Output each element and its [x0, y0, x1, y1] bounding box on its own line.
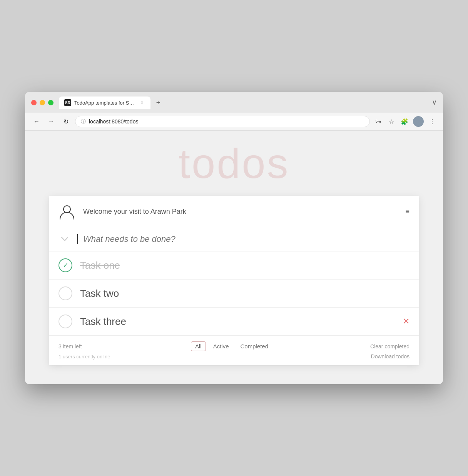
- url-text: localhost:8080/todos: [89, 118, 138, 125]
- page-content: todos Welcome your visit to Arawn Park ≡: [25, 131, 443, 384]
- profile-avatar[interactable]: [413, 116, 424, 127]
- navigation-bar: ← → ↻ ⓘ localhost:8080/todos 🗝 ☆ 🧩 ⋮: [25, 113, 443, 131]
- tab-overflow-button[interactable]: ∨: [432, 98, 437, 107]
- key-icon[interactable]: 🗝: [374, 117, 383, 126]
- items-left-count: 3 item left: [58, 343, 93, 350]
- forward-button[interactable]: →: [46, 116, 57, 127]
- filter-completed-button[interactable]: Completed: [236, 341, 273, 351]
- task-label: Task three: [80, 316, 126, 328]
- tab-close-button[interactable]: ×: [139, 100, 145, 106]
- todo-card: Welcome your visit to Arawn Park ≡ ✓ Tas…: [49, 196, 419, 365]
- close-window-button[interactable]: [31, 100, 37, 105]
- svg-point-0: [64, 206, 70, 213]
- tab-title: TodoApp templates for Server-: [74, 100, 136, 106]
- fullscreen-window-button[interactable]: [48, 100, 53, 105]
- address-bar[interactable]: ⓘ localhost:8080/todos: [75, 116, 370, 127]
- more-options-icon[interactable]: ⋮: [428, 117, 437, 126]
- todo-footer: 3 item left All Active Completed Clear c…: [49, 336, 419, 365]
- new-tab-button[interactable]: +: [153, 97, 164, 108]
- filter-active-button[interactable]: Active: [209, 341, 233, 351]
- filter-all-button[interactable]: All: [191, 341, 206, 351]
- filter-buttons: All Active Completed: [99, 341, 364, 351]
- checkmark-icon: ✓: [63, 261, 69, 270]
- user-icon: [58, 203, 75, 220]
- todo-input-area: [49, 227, 419, 251]
- todo-item: Task three ✕: [49, 308, 419, 336]
- page-title: todos: [178, 142, 289, 185]
- task-checkbox[interactable]: [58, 315, 72, 328]
- delete-task-button[interactable]: ✕: [403, 316, 410, 326]
- browser-window: SR TodoApp templates for Server- × + ∨ ←…: [25, 92, 443, 384]
- back-button[interactable]: ←: [31, 116, 42, 127]
- todo-item: ✓ Task one: [49, 251, 419, 280]
- minimize-window-button[interactable]: [40, 100, 45, 105]
- task-label: Task one: [80, 260, 120, 271]
- footer-bottom: 1 users currently online Download todos: [58, 353, 410, 359]
- download-todos-button[interactable]: Download todos: [371, 353, 410, 359]
- task-checkbox[interactable]: ✓: [58, 258, 72, 272]
- nav-actions: 🗝 ☆ 🧩 ⋮: [374, 116, 437, 127]
- todo-header: Welcome your visit to Arawn Park ≡: [49, 196, 419, 227]
- extensions-icon[interactable]: 🧩: [400, 117, 409, 126]
- todo-input[interactable]: [77, 234, 410, 244]
- task-label: Task two: [80, 288, 119, 300]
- welcome-text: Welcome your visit to Arawn Park: [83, 208, 186, 216]
- active-tab[interactable]: SR TodoApp templates for Server- ×: [59, 97, 150, 109]
- toggle-all-button[interactable]: [58, 235, 71, 244]
- task-checkbox[interactable]: [58, 286, 72, 300]
- todo-item: Task two: [49, 280, 419, 308]
- bookmark-icon[interactable]: ☆: [387, 117, 396, 126]
- tab-bar: SR TodoApp templates for Server- × + ∨: [59, 97, 437, 109]
- security-icon: ⓘ: [81, 118, 86, 125]
- tab-favicon: SR: [64, 99, 71, 106]
- footer-top: 3 item left All Active Completed Clear c…: [58, 341, 410, 351]
- refresh-button[interactable]: ↻: [60, 116, 71, 127]
- online-status: 1 users currently online: [58, 354, 110, 359]
- menu-icon[interactable]: ≡: [405, 208, 410, 216]
- clear-completed-button[interactable]: Clear completed: [370, 343, 410, 350]
- traffic-lights: [31, 100, 53, 105]
- title-bar: SR TodoApp templates for Server- × + ∨: [25, 92, 443, 113]
